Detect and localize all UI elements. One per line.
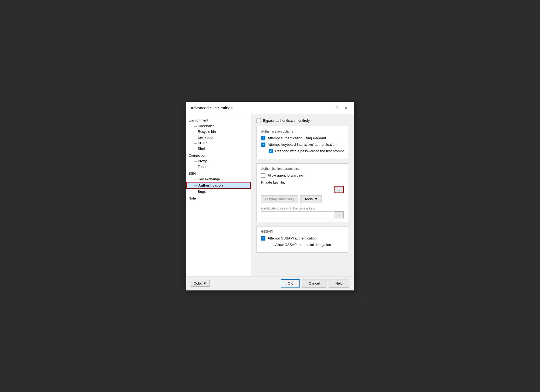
sidebar-item-proxy[interactable]: Proxy [186,158,251,164]
certificate-browse-button[interactable]: ... [334,211,344,218]
pageant-label: Attempt authentication using Pageant [268,136,326,140]
ok-button[interactable]: OK [281,279,300,288]
sidebar-item-tunnel[interactable]: Tunnel [186,164,251,170]
display-public-key-button[interactable]: Display Public Key [261,195,298,203]
auth-options-label: Authentication options [261,130,344,133]
pageant-row: Attempt authentication using Pageant [261,136,344,140]
sidebar-item-directories[interactable]: Directories [186,123,251,129]
certificate-label: Certificate to use with the private key: [261,207,344,210]
dialog-body: Environment Directories Recycle bin Encr… [186,114,354,276]
certificate-input-row: ... [261,211,344,218]
key-action-button-row: Display Public Key Tools ▼ [261,195,344,203]
sidebar-item-authentication[interactable]: Authentication [186,182,251,189]
keyboard-interactive-row: Attempt 'keyboard-interactive' authentic… [261,143,344,147]
titlebar-buttons: ? × [334,105,349,111]
allow-forwarding-row: Allow agent forwarding [261,173,344,178]
certificate-input[interactable] [261,211,333,218]
private-key-browse-button[interactable]: ... [334,186,344,193]
bypass-row: Bypass authentication entirely [256,119,348,123]
sidebar-item-shell[interactable]: Shell [186,146,251,151]
help-titlebar-button[interactable]: ? [334,105,341,111]
private-key-input[interactable] [261,186,333,193]
dialog-footer: Color ▼ OK Cancel Help [186,276,354,290]
sidebar-item-connection[interactable]: Connection [186,153,251,158]
pageant-checkbox[interactable] [261,136,265,140]
bypass-label: Bypass authentication entirely [263,119,310,123]
auth-params-section: Authentication parameters Allow agent fo… [256,163,348,222]
sidebar-item-note[interactable]: Note [186,195,251,201]
dialog-titlebar: Advanced Site Settings ? × [186,102,354,114]
gssapi-auth-checkbox[interactable] [261,236,265,241]
help-button[interactable]: Help [329,279,349,288]
dialog-title: Advanced Site Settings [191,106,232,110]
sidebar-item-encryption[interactable]: Encryption [186,134,251,140]
sidebar: Environment Directories Recycle bin Encr… [186,114,251,276]
respond-password-row: Respond with a password to the first pro… [261,149,344,153]
footer-left: Color ▼ [191,280,210,287]
respond-password-label: Respond with a password to the first pro… [275,149,344,153]
tools-dropdown-arrow: ▼ [314,197,318,201]
private-key-label: Private key file: [261,180,344,184]
private-key-input-row: ... [261,186,344,193]
allow-forwarding-label: Allow agent forwarding [268,173,303,177]
sidebar-item-ssh[interactable]: SSH [186,171,251,176]
color-button[interactable]: Color ▼ [191,280,210,287]
auth-options-section: Authentication options Attempt authentic… [256,126,348,159]
cancel-button[interactable]: Cancel [302,279,326,288]
footer-right: OK Cancel Help [281,279,349,288]
gssapi-delegation-label: Allow GSSAPI credential delegation [275,243,331,247]
respond-password-checkbox[interactable] [269,149,273,153]
gssapi-label: GSSAPI [261,230,344,234]
tools-button[interactable]: Tools ▼ [301,195,322,203]
gssapi-delegation-row: Allow GSSAPI credential delegation [261,243,344,247]
keyboard-interactive-checkbox[interactable] [261,143,265,147]
gssapi-auth-label: Attempt GSSAPI authentication [268,236,316,240]
sidebar-item-environment[interactable]: Environment [186,117,251,123]
color-dropdown-arrow: ▼ [203,281,207,285]
bypass-checkbox[interactable] [256,119,261,123]
keyboard-interactive-label: Attempt 'keyboard-interactive' authentic… [268,143,336,147]
sidebar-item-key-exchange[interactable]: Key exchange [186,176,251,182]
gssapi-auth-row: Attempt GSSAPI authentication [261,236,344,241]
sidebar-item-recycle-bin[interactable]: Recycle bin [186,129,251,134]
sidebar-item-sftp[interactable]: SFTP [186,140,251,146]
main-content: Bypass authentication entirely Authentic… [251,114,354,276]
auth-params-label: Authentication parameters [261,167,344,171]
gssapi-delegation-checkbox[interactable] [269,243,273,247]
advanced-site-settings-dialog: Advanced Site Settings ? × Environment D… [186,102,354,290]
gssapi-section: GSSAPI Attempt GSSAPI authentication All… [256,226,348,253]
sidebar-item-bugs[interactable]: Bugs [186,189,251,194]
close-titlebar-button[interactable]: × [343,105,349,111]
allow-forwarding-checkbox[interactable] [261,173,265,178]
